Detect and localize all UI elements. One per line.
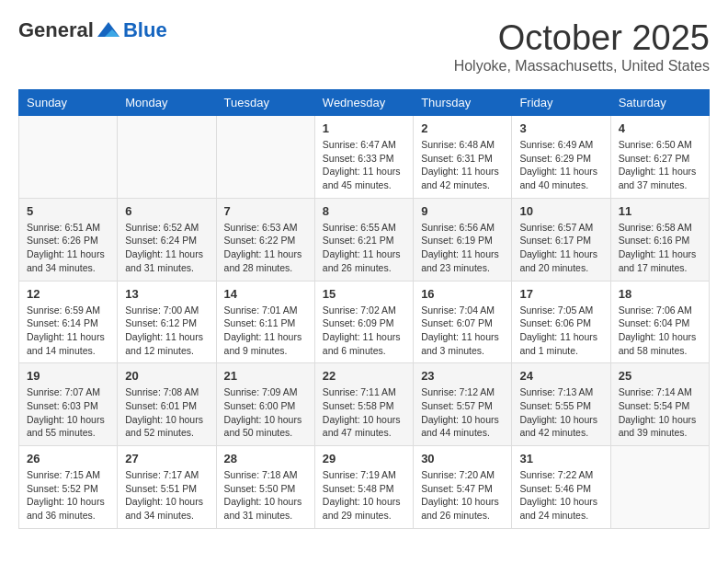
day-number: 6	[125, 204, 208, 218]
column-header-saturday: Saturday	[610, 90, 709, 116]
day-info: Sunrise: 6:53 AM Sunset: 6:22 PM Dayligh…	[224, 221, 307, 275]
calendar-cell: 26Sunrise: 7:15 AM Sunset: 5:52 PM Dayli…	[19, 446, 118, 529]
day-info: Sunrise: 7:17 AM Sunset: 5:51 PM Dayligh…	[125, 468, 208, 523]
calendar-cell	[216, 116, 314, 199]
day-number: 18	[619, 287, 701, 301]
calendar-cell: 21Sunrise: 7:09 AM Sunset: 6:00 PM Dayli…	[216, 363, 314, 446]
day-number: 21	[224, 369, 307, 383]
day-info: Sunrise: 6:47 AM Sunset: 6:33 PM Dayligh…	[323, 138, 405, 192]
calendar-cell	[610, 446, 709, 529]
day-number: 24	[519, 369, 602, 383]
day-number: 13	[125, 287, 208, 301]
calendar-cell: 19Sunrise: 7:07 AM Sunset: 6:03 PM Dayli…	[19, 363, 118, 446]
day-number: 8	[323, 204, 405, 218]
day-number: 22	[323, 369, 405, 383]
day-info: Sunrise: 7:11 AM Sunset: 5:58 PM Dayligh…	[323, 385, 405, 440]
logo-blue-text: Blue	[123, 18, 167, 42]
day-number: 19	[27, 369, 109, 383]
day-info: Sunrise: 7:02 AM Sunset: 6:09 PM Dayligh…	[323, 304, 405, 358]
day-info: Sunrise: 6:48 AM Sunset: 6:31 PM Dayligh…	[421, 138, 504, 192]
calendar-cell: 3Sunrise: 6:49 AM Sunset: 6:29 PM Daylig…	[512, 116, 610, 199]
column-header-tuesday: Tuesday	[216, 90, 314, 116]
day-number: 7	[224, 204, 307, 218]
logo-icon	[96, 20, 121, 40]
calendar-cell: 22Sunrise: 7:11 AM Sunset: 5:58 PM Dayli…	[314, 363, 413, 446]
calendar-week-row: 5Sunrise: 6:51 AM Sunset: 6:26 PM Daylig…	[19, 198, 710, 281]
day-info: Sunrise: 7:08 AM Sunset: 6:01 PM Dayligh…	[125, 385, 208, 440]
calendar-cell: 6Sunrise: 6:52 AM Sunset: 6:24 PM Daylig…	[118, 198, 216, 281]
day-number: 10	[519, 204, 602, 218]
calendar-cell: 13Sunrise: 7:00 AM Sunset: 6:12 PM Dayli…	[118, 281, 216, 363]
day-number: 12	[27, 287, 109, 301]
day-number: 27	[125, 452, 208, 465]
calendar-cell: 20Sunrise: 7:08 AM Sunset: 6:01 PM Dayli…	[118, 363, 216, 446]
calendar-cell: 15Sunrise: 7:02 AM Sunset: 6:09 PM Dayli…	[314, 281, 413, 363]
day-number: 28	[224, 452, 307, 465]
day-number: 23	[421, 369, 504, 383]
calendar-cell: 29Sunrise: 7:19 AM Sunset: 5:48 PM Dayli…	[314, 446, 413, 529]
day-number: 20	[125, 369, 208, 383]
calendar-cell: 27Sunrise: 7:17 AM Sunset: 5:51 PM Dayli…	[118, 446, 216, 529]
day-number: 5	[27, 204, 109, 218]
day-number: 29	[323, 452, 405, 465]
day-number: 4	[619, 121, 701, 135]
day-info: Sunrise: 6:55 AM Sunset: 6:21 PM Dayligh…	[323, 221, 405, 275]
calendar-cell: 16Sunrise: 7:04 AM Sunset: 6:07 PM Dayli…	[414, 281, 512, 363]
day-info: Sunrise: 7:06 AM Sunset: 6:04 PM Dayligh…	[619, 304, 701, 358]
day-info: Sunrise: 6:58 AM Sunset: 6:16 PM Dayligh…	[619, 221, 701, 275]
calendar-week-row: 12Sunrise: 6:59 AM Sunset: 6:14 PM Dayli…	[19, 281, 710, 363]
calendar-cell: 30Sunrise: 7:20 AM Sunset: 5:47 PM Dayli…	[414, 446, 512, 529]
day-info: Sunrise: 7:01 AM Sunset: 6:11 PM Dayligh…	[224, 304, 307, 358]
logo: General Blue	[18, 18, 167, 42]
day-number: 17	[519, 287, 602, 301]
calendar-cell: 7Sunrise: 6:53 AM Sunset: 6:22 PM Daylig…	[216, 198, 314, 281]
day-info: Sunrise: 6:52 AM Sunset: 6:24 PM Dayligh…	[125, 221, 208, 275]
day-number: 3	[519, 121, 602, 135]
calendar-cell: 24Sunrise: 7:13 AM Sunset: 5:55 PM Dayli…	[512, 363, 610, 446]
day-number: 14	[224, 287, 307, 301]
calendar-cell: 11Sunrise: 6:58 AM Sunset: 6:16 PM Dayli…	[610, 198, 709, 281]
calendar-cell: 14Sunrise: 7:01 AM Sunset: 6:11 PM Dayli…	[216, 281, 314, 363]
day-number: 1	[323, 121, 405, 135]
location-subtitle: Holyoke, Massachusetts, United States	[454, 58, 710, 75]
calendar-cell: 18Sunrise: 7:06 AM Sunset: 6:04 PM Dayli…	[610, 281, 709, 363]
calendar-cell: 25Sunrise: 7:14 AM Sunset: 5:54 PM Dayli…	[610, 363, 709, 446]
day-info: Sunrise: 7:15 AM Sunset: 5:52 PM Dayligh…	[27, 468, 109, 523]
calendar-cell: 1Sunrise: 6:47 AM Sunset: 6:33 PM Daylig…	[314, 116, 413, 199]
day-info: Sunrise: 7:05 AM Sunset: 6:06 PM Dayligh…	[519, 304, 602, 358]
day-number: 9	[421, 204, 504, 218]
day-info: Sunrise: 6:51 AM Sunset: 6:26 PM Dayligh…	[27, 221, 109, 275]
calendar-week-row: 1Sunrise: 6:47 AM Sunset: 6:33 PM Daylig…	[19, 116, 710, 199]
day-info: Sunrise: 6:49 AM Sunset: 6:29 PM Dayligh…	[519, 138, 602, 192]
calendar-week-row: 26Sunrise: 7:15 AM Sunset: 5:52 PM Dayli…	[19, 446, 710, 529]
calendar-cell: 31Sunrise: 7:22 AM Sunset: 5:46 PM Dayli…	[512, 446, 610, 529]
calendar-cell: 12Sunrise: 6:59 AM Sunset: 6:14 PM Dayli…	[19, 281, 118, 363]
day-number: 31	[519, 452, 602, 465]
calendar-cell	[118, 116, 216, 199]
day-info: Sunrise: 7:12 AM Sunset: 5:57 PM Dayligh…	[421, 385, 504, 440]
column-header-wednesday: Wednesday	[314, 90, 413, 116]
day-info: Sunrise: 6:59 AM Sunset: 6:14 PM Dayligh…	[27, 304, 109, 358]
calendar-cell: 28Sunrise: 7:18 AM Sunset: 5:50 PM Dayli…	[216, 446, 314, 529]
column-header-friday: Friday	[512, 90, 610, 116]
column-header-sunday: Sunday	[19, 90, 118, 116]
day-info: Sunrise: 7:14 AM Sunset: 5:54 PM Dayligh…	[619, 385, 701, 440]
calendar-cell: 17Sunrise: 7:05 AM Sunset: 6:06 PM Dayli…	[512, 281, 610, 363]
day-number: 2	[421, 121, 504, 135]
day-info: Sunrise: 7:20 AM Sunset: 5:47 PM Dayligh…	[421, 468, 504, 523]
day-number: 15	[323, 287, 405, 301]
day-info: Sunrise: 7:07 AM Sunset: 6:03 PM Dayligh…	[27, 385, 109, 440]
calendar-cell: 23Sunrise: 7:12 AM Sunset: 5:57 PM Dayli…	[414, 363, 512, 446]
day-info: Sunrise: 7:09 AM Sunset: 6:00 PM Dayligh…	[224, 385, 307, 440]
day-info: Sunrise: 7:18 AM Sunset: 5:50 PM Dayligh…	[224, 468, 307, 523]
day-info: Sunrise: 6:57 AM Sunset: 6:17 PM Dayligh…	[519, 221, 602, 275]
calendar-cell: 8Sunrise: 6:55 AM Sunset: 6:21 PM Daylig…	[314, 198, 413, 281]
day-info: Sunrise: 7:13 AM Sunset: 5:55 PM Dayligh…	[519, 385, 602, 440]
page-header: General Blue October 2025 Holyoke, Massa…	[18, 18, 710, 75]
column-header-thursday: Thursday	[414, 90, 512, 116]
calendar-table: SundayMondayTuesdayWednesdayThursdayFrid…	[18, 89, 710, 529]
calendar-cell: 5Sunrise: 6:51 AM Sunset: 6:26 PM Daylig…	[19, 198, 118, 281]
day-number: 16	[421, 287, 504, 301]
day-number: 30	[421, 452, 504, 465]
day-info: Sunrise: 6:56 AM Sunset: 6:19 PM Dayligh…	[421, 221, 504, 275]
